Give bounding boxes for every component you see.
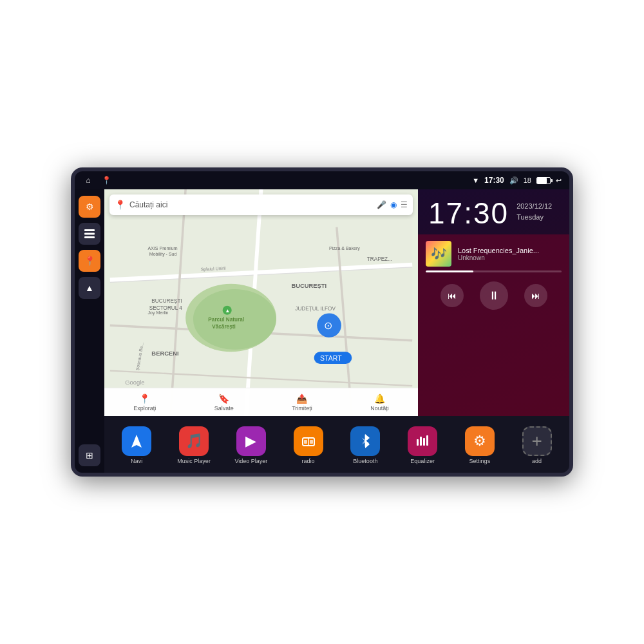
add-icon: + — [522, 426, 552, 456]
sidebar-grid-button[interactable]: ⊞ — [79, 444, 100, 466]
svg-rect-2 — [84, 236, 95, 238]
navi-label: Navi — [131, 458, 142, 464]
status-right: ▼ 17:30 🔊 18 ↩ — [472, 176, 562, 185]
music-controls: ⏮ ⏸ ⏭ — [426, 276, 562, 315]
map-mic-icon[interactable]: 🎤 — [377, 200, 386, 209]
music-info-row: 🎶 Lost Frequencies_Janie... Unknown — [426, 241, 562, 267]
right-panel: 17:30 2023/12/12 Tuesday 🎶 Lost Frequenc… — [418, 189, 569, 416]
svg-text:BERCENI: BERCENI — [151, 350, 178, 357]
svg-text:Mobility - Sud: Mobility - Sud — [149, 252, 177, 257]
home-icon[interactable]: ⌂ — [82, 175, 94, 186]
sidebar-map-button[interactable]: 📍 — [79, 250, 100, 272]
settings-icon: ⚙ — [465, 426, 495, 456]
news-label: Noutăți — [370, 405, 389, 412]
svg-text:Văcărești: Văcărești — [212, 324, 236, 330]
video-player-label: Video Player — [234, 458, 267, 464]
svg-text:⊙: ⊙ — [324, 319, 332, 331]
svg-rect-41 — [426, 435, 428, 446]
app-equalizer[interactable]: Equalizer — [395, 426, 450, 464]
settings-label: Settings — [469, 458, 491, 464]
app-navi[interactable]: Navi — [109, 426, 164, 464]
status-time: 17:30 — [484, 176, 504, 185]
music-section: 🎶 Lost Frequencies_Janie... Unknown ⏮ ⏸ — [418, 234, 569, 416]
car-head-unit: ⌂ 📍 ▼ 17:30 🔊 18 ↩ ⚙ 📍 ▲ — [71, 167, 573, 477]
music-player-label: Music Player — [177, 458, 211, 464]
app-add[interactable]: + add — [509, 426, 564, 464]
back-icon[interactable]: ↩ — [556, 176, 562, 185]
svg-rect-36 — [304, 440, 307, 444]
map-bottom-nav: 📍 Explorați 🔖 Salvate 📤 Trimiteți � — [104, 388, 418, 416]
svg-rect-39 — [420, 437, 422, 446]
app-settings[interactable]: ⚙ Settings — [453, 426, 507, 464]
clock-section: 17:30 2023/12/12 Tuesday — [418, 189, 569, 234]
music-progress-fill — [426, 270, 473, 272]
sidebar-settings-button[interactable]: ⚙ — [79, 196, 100, 218]
top-row: Parcul Natural Văcărești ▲ BUCUREȘTI JUD… — [104, 189, 569, 416]
sidebar-files-button[interactable] — [79, 223, 100, 245]
map-settings-icon[interactable]: ☰ — [401, 200, 408, 209]
equalizer-icon — [408, 426, 437, 456]
explore-icon: 📍 — [139, 393, 150, 404]
svg-text:▲: ▲ — [225, 308, 230, 314]
svg-text:BUCUREȘTI: BUCUREȘTI — [291, 283, 327, 289]
svg-text:AXIS Premium: AXIS Premium — [148, 246, 178, 251]
map-search-pin-icon: 📍 — [115, 200, 126, 210]
app-bluetooth[interactable]: Bluetooth — [338, 426, 393, 464]
music-player-icon: 🎵 — [179, 426, 209, 456]
map-nav-news[interactable]: 🔔 Noutăți — [370, 393, 389, 412]
svg-rect-1 — [84, 233, 95, 235]
app-music-player[interactable]: 🎵 Music Player — [167, 426, 222, 464]
apps-row: Navi 🎵 Music Player ▶ Video Player — [104, 416, 569, 473]
app-radio[interactable]: radio — [281, 426, 336, 464]
radio-icon — [294, 426, 323, 456]
maps-shortcut-icon[interactable]: 📍 — [100, 175, 112, 186]
map-nav-share[interactable]: 📤 Trimiteți — [292, 393, 312, 412]
svg-text:Parcul Natural: Parcul Natural — [208, 317, 244, 323]
svg-rect-0 — [84, 229, 95, 231]
explore-label: Explorați — [133, 405, 156, 412]
map-nav-saved[interactable]: 🔖 Salvate — [214, 393, 234, 412]
map-layers-icon[interactable]: ◉ — [390, 200, 397, 209]
map-panel[interactable]: Parcul Natural Văcărești ▲ BUCUREȘTI JUD… — [104, 189, 418, 416]
center-area: Parcul Natural Văcărești ▲ BUCUREȘTI JUD… — [104, 189, 569, 473]
music-progress-bar[interactable] — [426, 270, 562, 272]
svg-text:Joy Merlin: Joy Merlin — [148, 310, 169, 316]
saved-icon: 🔖 — [218, 393, 229, 404]
add-label: add — [532, 458, 542, 464]
clock-day-text: Tuesday — [516, 213, 544, 221]
map-svg: Parcul Natural Văcărești ▲ BUCUREȘTI JUD… — [104, 189, 418, 416]
navi-icon — [122, 426, 151, 456]
map-search-input[interactable]: Căutați aici — [129, 200, 373, 209]
svg-text:JUDEȚUL ILFOV: JUDEȚUL ILFOV — [295, 306, 336, 312]
video-player-icon: ▶ — [236, 426, 266, 456]
prev-button[interactable]: ⏮ — [440, 284, 464, 307]
bluetooth-label: Bluetooth — [353, 458, 377, 464]
svg-text:Google: Google — [125, 379, 144, 386]
album-art: 🎶 — [426, 241, 451, 267]
svg-text:TRAPEZ...: TRAPEZ... — [367, 256, 392, 262]
svg-text:Pizza & Bakery: Pizza & Bakery — [329, 246, 360, 251]
radio-label: radio — [302, 458, 315, 464]
svg-rect-38 — [417, 439, 419, 446]
saved-label: Salvate — [214, 405, 234, 412]
map-search-bar[interactable]: 📍 Căutați aici 🎤 ◉ ☰ — [109, 194, 413, 215]
map-nav-explore[interactable]: 📍 Explorați — [133, 393, 156, 412]
share-label: Trimiteți — [292, 405, 312, 412]
news-icon: 🔔 — [374, 393, 385, 404]
music-title: Lost Frequencies_Janie... — [458, 247, 562, 254]
music-text: Lost Frequencies_Janie... Unknown — [458, 247, 562, 261]
equalizer-label: Equalizer — [410, 458, 435, 464]
app-video-player[interactable]: ▶ Video Player — [224, 426, 279, 464]
battery-level: 18 — [524, 176, 531, 184]
svg-rect-37 — [310, 440, 313, 444]
play-pause-button[interactable]: ⏸ — [480, 281, 508, 310]
wifi-icon: ▼ — [472, 176, 479, 184]
volume-icon: 🔊 — [509, 176, 518, 185]
bluetooth-icon — [350, 426, 380, 456]
svg-rect-40 — [423, 438, 425, 446]
sidebar-nav-button[interactable]: ▲ — [79, 277, 100, 299]
main-content: ⚙ 📍 ▲ ⊞ — [75, 189, 569, 473]
svg-text:START: START — [320, 354, 342, 362]
status-bar: ⌂ 📍 ▼ 17:30 🔊 18 ↩ — [75, 171, 569, 189]
next-button[interactable]: ⏭ — [524, 284, 547, 307]
